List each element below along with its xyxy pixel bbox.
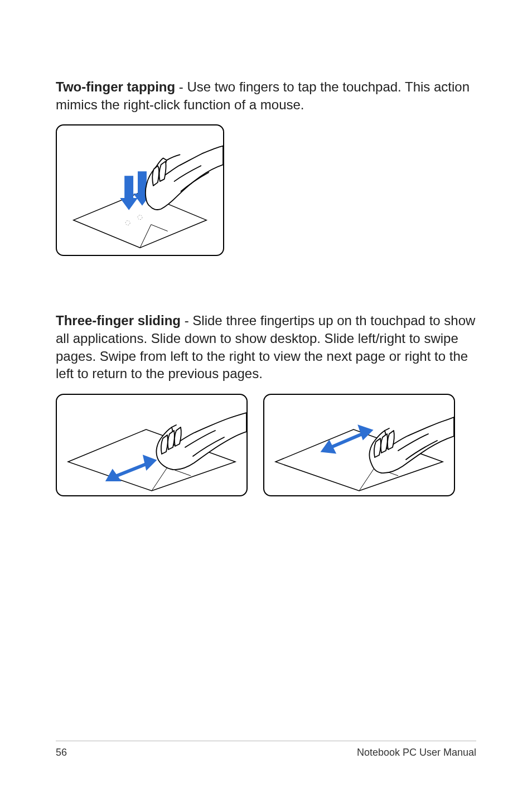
three-finger-paragraph: Three-finger sliding - Slide three finge… [56,312,476,383]
two-finger-title: Two-finger tapping [56,79,175,94]
two-finger-paragraph: Two-finger tapping - Use two fingers to … [56,78,476,113]
doc-title: Notebook PC User Manual [357,747,476,758]
three-finger-section: Three-finger sliding - Slide three finge… [56,312,476,496]
three-finger-slide-right-figure [263,394,455,496]
page-footer: 56 Notebook PC User Manual [56,741,476,758]
two-finger-tap-illustration [57,125,223,255]
footer-row: 56 Notebook PC User Manual [56,747,476,758]
three-finger-slide-left-figure [56,394,248,496]
three-finger-figures [56,394,476,496]
footer-divider [56,741,476,741]
two-finger-tap-figure [56,124,224,256]
page-number: 56 [56,747,67,758]
page: Two-finger tapping - Use two fingers to … [0,0,532,802]
three-finger-slide-left-illustration [57,395,246,495]
three-finger-title: Three-finger sliding [56,313,181,328]
three-finger-slide-right-illustration [264,395,454,495]
